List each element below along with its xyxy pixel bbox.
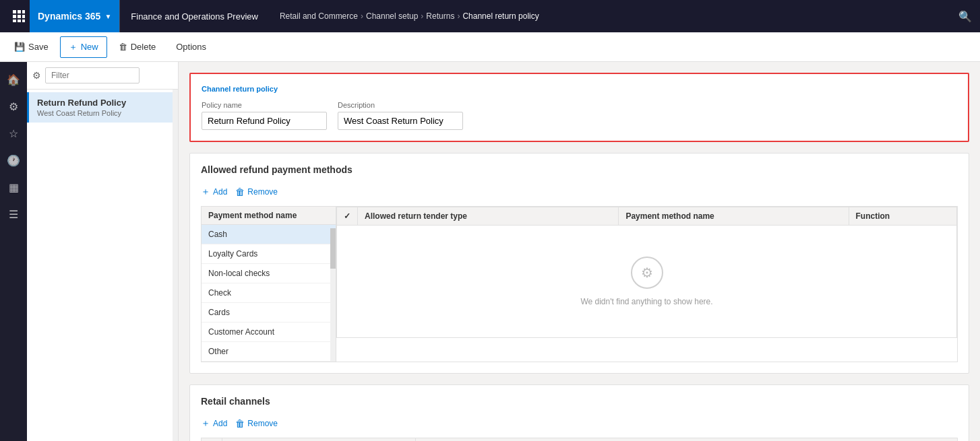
app-name-chevron-icon: ▼: [104, 13, 111, 20]
col-name: Name: [222, 438, 416, 442]
svg-rect-3: [13, 15, 16, 18]
new-icon: ＋: [69, 41, 78, 53]
policy-name-input[interactable]: [202, 112, 327, 130]
workspace-icon[interactable]: ▦: [1, 175, 26, 199]
section2-remove-button[interactable]: 🗑 Remove: [235, 415, 278, 432]
app-name[interactable]: Dynamics 365 ▼: [30, 0, 119, 32]
payment-list-scrollbar[interactable]: [330, 228, 336, 362]
allowed-refund-section: Allowed refund payment methods ＋ Add 🗑 R…: [189, 153, 969, 374]
section2-toolbar: ＋ Add 🗑 Remove: [201, 415, 958, 432]
section1-toolbar: ＋ Add 🗑 Remove: [201, 183, 958, 201]
delete-icon: 🗑: [119, 42, 127, 52]
payment-item-customer[interactable]: Customer Account: [202, 323, 336, 342]
description-field: Description: [338, 101, 463, 130]
breadcrumb-item-4: Channel return policy: [462, 11, 539, 21]
record-list: Return Refund Policy West Coast Return P…: [27, 90, 178, 441]
list-icon[interactable]: ☰: [1, 202, 26, 226]
filter-bar: ⚙: [27, 62, 178, 90]
filter-icon[interactable]: ⚙: [1, 94, 26, 118]
payment-item-cash[interactable]: Cash: [202, 225, 336, 244]
two-panel-layout: Payment method name Cash Loyalty Cards N…: [201, 206, 958, 362]
payment-item-other[interactable]: Other: [202, 342, 336, 362]
payment-list-header: Payment method name: [202, 207, 336, 225]
payment-item-nonlocal[interactable]: Non-local checks: [202, 264, 336, 283]
checkbox-col-header2: ✓: [202, 438, 222, 442]
policy-name-field: Policy name: [202, 101, 327, 130]
main-layout: 🏠 ⚙ ☆ 🕐 ▦ ☰ ⚙ Return Refund Policy West …: [0, 62, 980, 441]
section2-add-button[interactable]: ＋ Add: [201, 415, 227, 432]
svg-rect-5: [22, 15, 25, 18]
policy-name-label: Policy name: [202, 101, 327, 109]
record-list-panel: ⚙ Return Refund Policy West Coast Return…: [27, 62, 179, 441]
app-name-label: Dynamics 365: [38, 11, 100, 22]
save-icon: 💾: [14, 42, 25, 52]
col-operating-unit: Operating unit number: [416, 438, 958, 442]
side-icon-bar: 🏠 ⚙ ☆ 🕐 ▦ ☰: [0, 62, 27, 441]
section1-add-button[interactable]: ＋ Add: [201, 183, 227, 201]
section1-title: Allowed refund payment methods: [201, 164, 958, 175]
breadcrumb-item-3[interactable]: Returns: [426, 11, 454, 21]
section1-remove-button[interactable]: 🗑 Remove: [235, 184, 278, 200]
add2-icon: ＋: [201, 417, 210, 430]
return-tender-table: ✓ Allowed return tender type Payment met…: [336, 207, 957, 338]
action-toolbar: 💾 Save ＋ New 🗑 Delete Options: [0, 32, 980, 62]
empty-state-icon: ⚙: [631, 257, 663, 289]
form-card: Channel return policy Policy name Descri…: [189, 73, 969, 142]
breadcrumb-item-1[interactable]: Retail and Commerce: [280, 11, 358, 21]
list-scrollbar[interactable]: [173, 90, 178, 441]
add-icon: ＋: [201, 186, 210, 198]
global-search-icon[interactable]: 🔍: [958, 10, 972, 23]
waffle-menu-icon[interactable]: [8, 5, 30, 27]
svg-rect-0: [13, 10, 16, 13]
svg-rect-1: [18, 10, 21, 13]
payment-item-loyalty[interactable]: Loyalty Cards: [202, 244, 336, 264]
description-label: Description: [338, 101, 463, 109]
remove2-icon: 🗑: [235, 418, 245, 429]
delete-button[interactable]: 🗑 Delete: [110, 37, 165, 57]
remove-icon: 🗑: [235, 186, 245, 197]
col-function: Function: [849, 207, 956, 226]
svg-rect-4: [18, 15, 21, 18]
recent-icon[interactable]: 🕐: [1, 148, 26, 172]
svg-rect-6: [13, 20, 16, 22]
svg-rect-2: [22, 10, 25, 13]
col-allowed-return: Allowed return tender type: [358, 207, 619, 226]
retail-channels-section: Retail channels ＋ Add 🗑 Remove ✓ Name Op…: [189, 384, 969, 441]
favorites-icon[interactable]: ☆: [1, 121, 26, 145]
list-item[interactable]: Return Refund Policy West Coast Return P…: [27, 92, 178, 123]
description-input[interactable]: [338, 112, 463, 130]
card-label: Channel return policy: [202, 85, 957, 93]
options-button[interactable]: Options: [167, 37, 215, 57]
module-name: Finance and Operations Preview: [119, 0, 269, 32]
svg-rect-7: [18, 20, 21, 22]
filter-toggle-icon[interactable]: ⚙: [32, 70, 41, 81]
retail-channels-table: ✓ Name Operating unit number ⚙ We didn't…: [201, 438, 958, 441]
payment-methods-list: Payment method name Cash Loyalty Cards N…: [201, 206, 336, 362]
breadcrumb: Retail and Commerce › Channel setup › Re…: [269, 11, 550, 21]
top-navigation: Dynamics 365 ▼ Finance and Operations Pr…: [0, 0, 980, 32]
main-content-area: Channel return policy Policy name Descri…: [179, 62, 980, 441]
filter-input[interactable]: [45, 67, 140, 83]
form-fields: Policy name Description: [202, 101, 957, 130]
empty-state-right: ⚙ We didn't find anything to show here.: [344, 230, 950, 333]
new-button[interactable]: ＋ New: [60, 36, 107, 58]
section2-title: Retail channels: [201, 396, 958, 407]
save-button[interactable]: 💾 Save: [5, 37, 57, 57]
payment-item-cards[interactable]: Cards: [202, 303, 336, 323]
breadcrumb-item-2[interactable]: Channel setup: [366, 11, 418, 21]
payment-item-check[interactable]: Check: [202, 283, 336, 303]
checkbox-col-header: ✓: [337, 207, 358, 226]
col-payment-method: Payment method name: [619, 207, 849, 226]
scrollbar-thumb: [330, 228, 336, 269]
svg-rect-8: [22, 20, 25, 22]
right-table-section: ✓ Allowed return tender type Payment met…: [336, 206, 958, 362]
home-icon[interactable]: 🏠: [1, 67, 26, 92]
